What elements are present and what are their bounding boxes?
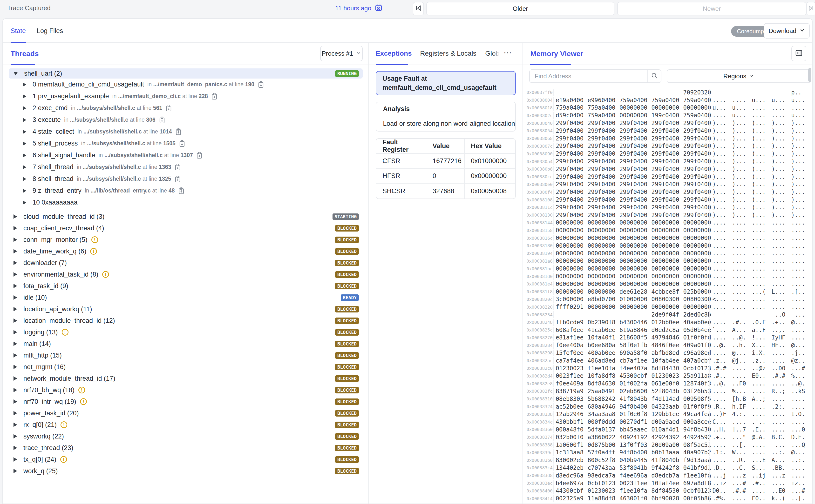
- memory-ascii-values: )...)...)...)...)...: [709, 135, 812, 142]
- thread-row[interactable]: downloader (7)BLOCKED: [9, 257, 363, 269]
- thread-row[interactable]: nrf70_bh_wq (18)!BLOCKED: [9, 384, 363, 396]
- memory-viewer-underline: [530, 64, 571, 65]
- expand-panel-button[interactable]: [791, 46, 806, 61]
- thread-name: shell_uart (2): [24, 70, 62, 77]
- thread-row[interactable]: idle (10)READY: [9, 292, 363, 303]
- download-button[interactable]: Download: [764, 23, 810, 39]
- copy-location-icon[interactable]: [159, 116, 165, 124]
- frame-function: 3 execute: [33, 116, 61, 124]
- copy-location-icon[interactable]: [174, 175, 181, 183]
- copy-location-icon[interactable]: [258, 81, 264, 88]
- memory-row: 0x00038284f0ee400ab0ee680a58f0e1fb4846f0…: [523, 341, 812, 349]
- memory-row: 0x00038090299f0400299f0400299f0400299f04…: [523, 150, 812, 158]
- thread-row[interactable]: net_mgmt (16)BLOCKED: [9, 361, 363, 373]
- warning-icon: !: [60, 456, 67, 463]
- thread-name: rx_q[0] (21): [23, 421, 57, 429]
- thread-row[interactable]: cloud_module_thread_id (3)STARTING: [9, 211, 363, 222]
- caret-right-icon: [13, 353, 17, 358]
- memory-address: 0x0003834c: [523, 419, 553, 424]
- copy-location-icon[interactable]: [211, 93, 218, 100]
- thread-row[interactable]: nrf70_intr_wq (19)!BLOCKED: [9, 396, 363, 407]
- thread-row[interactable]: work_q (25)BLOCKED: [9, 465, 363, 477]
- stack-frame-row[interactable]: 5 shell_processin .../subsys/shell/shell…: [9, 138, 363, 149]
- thread-row[interactable]: main (14)BLOCKED: [9, 338, 363, 350]
- thread-row[interactable]: location_api_workq (11)BLOCKED: [9, 303, 363, 315]
- caret-right-icon: [13, 446, 17, 450]
- thread-row[interactable]: fota_task_id (9)BLOCKED: [9, 280, 363, 292]
- thread-row[interactable]: coap_client_recv_thread (4)BLOCKED: [9, 222, 363, 234]
- caret-right-icon: [13, 423, 17, 427]
- frame-location: in .../subsys/shell/shell.c at line 1363: [77, 164, 171, 170]
- stack-frame-row[interactable]: 8 shell_threadin .../subsys/shell/shell.…: [9, 173, 363, 185]
- thread-row-selected[interactable]: shell_uart (2)RUNNING: [9, 68, 363, 79]
- thread-row[interactable]: tx_q[0] (24)!BLOCKED: [9, 454, 363, 465]
- memory-row: 0x0003839c1c313aa857f0a4ff94f8b400b0b13a…: [523, 449, 812, 456]
- thread-row[interactable]: mflt_http (15)BLOCKED: [9, 350, 363, 361]
- thread-row[interactable]: rx_q[0] (21)!BLOCKED: [9, 419, 363, 431]
- older-button[interactable]: Older: [426, 2, 615, 15]
- caret-right-icon: [13, 307, 17, 311]
- copy-location-icon[interactable]: [174, 164, 181, 171]
- stack-frame-row[interactable]: 6 shell_signal_handlein .../subsys/shell…: [9, 149, 363, 161]
- thread-row[interactable]: environmental_task_id (8)!BLOCKED: [9, 269, 363, 280]
- trace-captured-label: Trace Captured: [7, 4, 51, 12]
- memory-row: 0x000380b8299f0400299f0400299f0400299f04…: [523, 165, 812, 173]
- thread-status-badge: BLOCKED: [335, 306, 359, 312]
- thread-row[interactable]: logging (13)!BLOCKED: [9, 326, 363, 338]
- thread-status-badge: BLOCKED: [335, 283, 359, 289]
- copy-location-icon[interactable]: [178, 187, 184, 194]
- stack-frame-row[interactable]: 3 executein .../subsys/shell/shell.c at …: [9, 114, 363, 126]
- stack-frame-row[interactable]: 9 z_thread_entryin .../lib/os/thread_ent…: [9, 185, 363, 197]
- memory-address: 0x00038284: [523, 343, 553, 348]
- copy-location-icon[interactable]: [175, 128, 181, 135]
- tab-overflow-button[interactable]: ⋯: [503, 48, 512, 57]
- fault-summary-box[interactable]: Usage Fault at memfault_demo_cli_cmd_usa…: [376, 71, 516, 95]
- caret-right-icon: [13, 365, 17, 369]
- tab-log-files[interactable]: Log Files: [37, 19, 63, 43]
- memory-ascii-values: ..@...F0..........@.: [709, 380, 812, 387]
- find-address-input[interactable]: [530, 70, 648, 82]
- skip-to-oldest-button[interactable]: [413, 2, 424, 15]
- tab-exceptions[interactable]: Exceptions: [376, 50, 412, 57]
- stack-frame-row[interactable]: 4 state_collectin .../subsys/shell/shell…: [9, 126, 363, 138]
- skip-to-newest-button[interactable]: [806, 2, 815, 15]
- memory-ascii-values: ....@...i.X......j..: [709, 350, 812, 356]
- memory-ascii-values: .1:.W.........:.@...: [709, 449, 812, 456]
- memory-ascii-values: .z..@j...z......@z..: [709, 357, 812, 364]
- memory-row: 0x000382e8f0ee409a8df8463001f002fa061e00…: [523, 380, 812, 387]
- stack-frame-row[interactable]: 7 shell_threadin .../subsys/shell/shell.…: [9, 161, 363, 173]
- regions-dropdown[interactable]: Regions: [667, 69, 811, 83]
- stack-frame-row[interactable]: 1 prv_usagefault_examplein .../memfault_…: [9, 90, 363, 102]
- memory-address: 0x0003807c: [523, 144, 553, 149]
- scrollbar-thumb[interactable]: [808, 68, 811, 82]
- chevron-down-icon: [749, 73, 755, 80]
- stack-frame-row[interactable]: 0 memfault_demo_cli_cmd_usagefaultin ...…: [9, 79, 363, 90]
- memory-address: 0x000383d8: [523, 473, 553, 478]
- stack-frame-row[interactable]: 2 exec_cmdin .../subsys/shell/shell.c at…: [9, 102, 363, 114]
- thread-row[interactable]: power_task_id (20)BLOCKED: [9, 407, 363, 419]
- trace-timestamp-link[interactable]: 11 hours ago: [335, 5, 371, 12]
- stack-frame-row[interactable]: 10 0xaaaaaaaa: [9, 197, 363, 208]
- newer-button[interactable]: Newer: [617, 2, 806, 15]
- process-selector[interactable]: Process #1: [320, 46, 363, 61]
- fault-table-cell: 16777216: [426, 154, 465, 169]
- thread-row[interactable]: location_module_thread_id (12)BLOCKED: [9, 315, 363, 326]
- tab-state[interactable]: State: [11, 19, 26, 43]
- tab-registers-locals[interactable]: Registers & Locals: [420, 50, 476, 57]
- thread-row[interactable]: network_module_thread_id (17)BLOCKED: [9, 373, 363, 384]
- thread-row[interactable]: conn_mgr_monitor (5)!BLOCKED: [9, 234, 363, 245]
- thread-row[interactable]: trace_thread (23)BLOCKED: [9, 442, 363, 454]
- memory-hex-values: ffff029100000000000000000000000000000000: [553, 304, 709, 310]
- thread-row[interactable]: sysworkq (22)BLOCKED: [9, 431, 363, 442]
- tab-globals[interactable]: Glob: [485, 50, 499, 57]
- copy-location-icon[interactable]: [166, 105, 172, 112]
- memory-row: 0x000380e0299f0400299f0400299f0400299f04…: [523, 181, 812, 188]
- memory-hex-values: 134402ebc70743aa53f8041b9f4242f8041bf9d1: [553, 464, 709, 471]
- search-button[interactable]: [648, 70, 661, 82]
- memory-viewer-header: Memory Viewer: [523, 43, 812, 65]
- copy-location-icon[interactable]: [196, 152, 202, 159]
- memory-row: 0x0003802cd59c0400759a040000000000199c04…: [523, 112, 812, 119]
- memory-ascii-values: ......R....EA.....:.: [709, 457, 812, 464]
- thread-row[interactable]: date_time_work_q (6)!BLOCKED: [9, 245, 363, 257]
- copy-location-icon[interactable]: [179, 140, 185, 147]
